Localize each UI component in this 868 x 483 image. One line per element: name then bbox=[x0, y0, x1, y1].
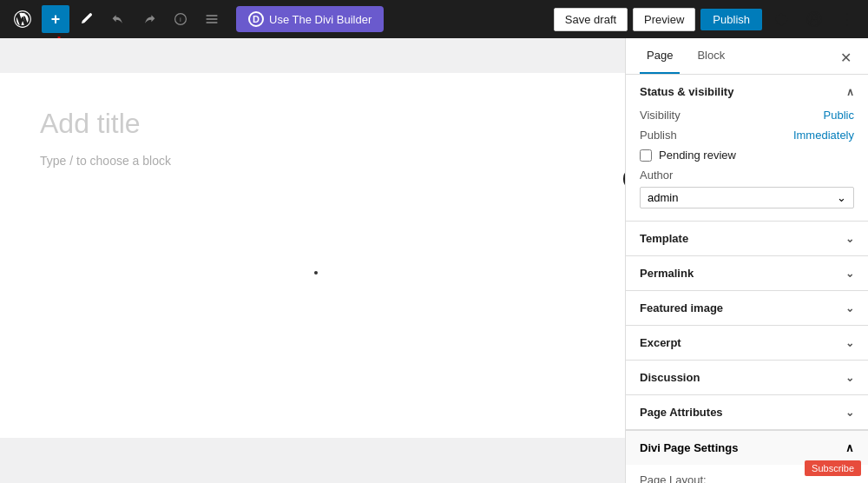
inline-add-block-button[interactable]: + bbox=[623, 167, 625, 191]
page-attributes-header[interactable]: Page Attributes ⌄ bbox=[626, 395, 868, 429]
author-select[interactable]: admin ⌄ bbox=[640, 187, 854, 208]
pending-review-checkbox[interactable] bbox=[640, 149, 652, 162]
save-draft-button[interactable]: Save draft bbox=[554, 8, 628, 31]
template-chevron: ⌄ bbox=[845, 233, 854, 245]
pending-review-row: Pending review bbox=[640, 149, 854, 162]
preview-button[interactable]: Preview bbox=[633, 8, 695, 31]
featured-image-chevron: ⌄ bbox=[845, 302, 854, 314]
status-visibility-section: Status & visibility ∧ Visibility Public … bbox=[626, 75, 868, 222]
excerpt-chevron: ⌄ bbox=[845, 337, 854, 349]
subscribe-badge[interactable]: Subscribe bbox=[805, 460, 861, 476]
divi-settings-header[interactable]: Divi Page Settings ∧ bbox=[626, 430, 868, 465]
svg-text:i: i bbox=[180, 16, 181, 23]
svg-point-6 bbox=[812, 15, 817, 20]
sidebar-close-button[interactable]: ✕ bbox=[833, 45, 858, 69]
visibility-value[interactable]: Public bbox=[824, 109, 854, 122]
template-header[interactable]: Template ⌄ bbox=[626, 222, 868, 255]
sidebar-tabs: Page Block ✕ bbox=[626, 38, 868, 75]
edit-pen-button[interactable] bbox=[73, 5, 101, 33]
visibility-label: Visibility bbox=[640, 109, 681, 122]
discussion-section: Discussion ⌄ bbox=[626, 361, 868, 395]
list-icon bbox=[205, 12, 219, 26]
settings-button[interactable] bbox=[767, 5, 795, 33]
featured-image-section: Featured image ⌄ bbox=[626, 291, 868, 326]
divi-builder-button[interactable]: D Use The Divi Builder bbox=[236, 6, 384, 32]
redo-icon bbox=[142, 12, 156, 26]
visibility-row: Visibility Public bbox=[640, 109, 854, 122]
page-attributes-chevron: ⌄ bbox=[845, 407, 854, 419]
toolbar-right: Save draft Preview Publish ⋮ bbox=[554, 5, 861, 33]
wordpress-logo[interactable] bbox=[7, 3, 38, 35]
publish-row: Publish Immediately bbox=[640, 129, 854, 142]
excerpt-section: Excerpt ⌄ bbox=[626, 326, 868, 361]
gear-icon bbox=[773, 11, 789, 27]
featured-image-header[interactable]: Featured image ⌄ bbox=[626, 291, 868, 325]
redo-button[interactable] bbox=[135, 5, 163, 33]
status-visibility-header[interactable]: Status & visibility ∧ bbox=[626, 75, 868, 109]
editor-content: Add title Type / to choose a block + bbox=[0, 73, 625, 438]
info-icon: i bbox=[174, 12, 187, 26]
template-section: Template ⌄ bbox=[626, 222, 868, 256]
tab-page[interactable]: Page bbox=[640, 38, 680, 74]
editor-block-placeholder[interactable]: Type / to choose a block bbox=[40, 154, 585, 168]
discussion-header[interactable]: Discussion ⌄ bbox=[626, 361, 868, 394]
main-layout: Add title Type / to choose a block + Pag… bbox=[0, 38, 868, 483]
permalink-header[interactable]: Permalink ⌄ bbox=[626, 256, 868, 290]
wordpress-icon bbox=[13, 10, 32, 29]
editor-area: Add title Type / to choose a block + bbox=[0, 38, 625, 483]
discussion-chevron: ⌄ bbox=[845, 372, 854, 384]
publish-button[interactable]: Publish bbox=[700, 9, 762, 30]
undo-icon bbox=[111, 12, 125, 26]
status-visibility-content: Visibility Public Publish Immediately Pe… bbox=[626, 109, 868, 221]
toolbar: + i D Use The Divi Builder Save draft Pr… bbox=[0, 0, 868, 38]
permalink-section: Permalink ⌄ bbox=[626, 256, 868, 291]
permalink-chevron: ⌄ bbox=[845, 268, 854, 280]
publish-value[interactable]: Immediately bbox=[793, 129, 854, 142]
page-attributes-section: Page Attributes ⌄ bbox=[626, 395, 868, 430]
author-select-chevron: ⌄ bbox=[837, 191, 846, 204]
list-view-button[interactable] bbox=[198, 5, 226, 33]
tab-block[interactable]: Block bbox=[690, 38, 732, 74]
publish-label: Publish bbox=[640, 129, 677, 142]
add-block-button[interactable]: + bbox=[42, 5, 69, 33]
svg-rect-3 bbox=[207, 18, 218, 20]
editor-title-placeholder[interactable]: Add title bbox=[40, 108, 585, 140]
undo-button[interactable] bbox=[104, 5, 132, 33]
excerpt-header[interactable]: Excerpt ⌄ bbox=[626, 326, 868, 360]
divi-settings-chevron: ∧ bbox=[845, 441, 854, 454]
cursor-position bbox=[314, 271, 318, 275]
info-button[interactable]: i bbox=[167, 5, 194, 33]
author-label: Author bbox=[640, 169, 854, 182]
svg-rect-2 bbox=[207, 15, 218, 17]
profile-icon bbox=[806, 10, 823, 28]
svg-rect-4 bbox=[207, 22, 218, 23]
pending-review-label: Pending review bbox=[659, 149, 736, 162]
toolbar-left: + i D Use The Divi Builder bbox=[7, 3, 550, 35]
pencil-icon bbox=[80, 12, 94, 26]
divi-icon: D bbox=[248, 11, 264, 27]
sidebar-panel: Page Block ✕ Status & visibility ∧ Visib… bbox=[625, 38, 868, 483]
status-visibility-chevron: ∧ bbox=[846, 86, 854, 98]
more-options-button[interactable]: ⋮ bbox=[833, 5, 861, 33]
profile-button[interactable] bbox=[800, 5, 828, 33]
